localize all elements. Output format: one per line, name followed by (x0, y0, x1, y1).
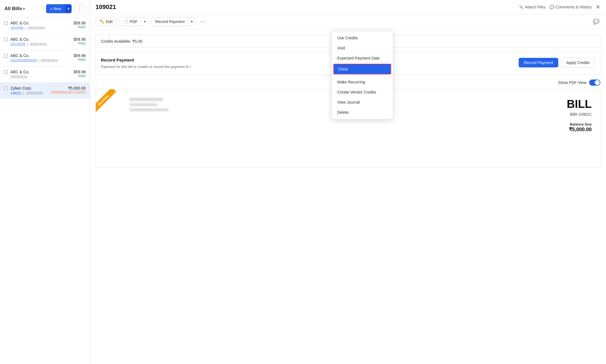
bill-info: ABC & Co. 12113131 | 30/03/2024 (10, 37, 71, 46)
bill-id[interactable]: 12113131 (10, 42, 25, 46)
attach-files-link[interactable]: 📎 Attach Files (519, 5, 546, 9)
bill-big-title: BILL (567, 98, 592, 110)
bill-date: 29/03/2024 (10, 75, 27, 79)
list-item[interactable]: ABC & Co. 1212131 | 29/03/2024 $59.98 PA… (0, 17, 90, 34)
bill-amount-col: $59.98 PAID (74, 21, 86, 29)
dropdown-item-view-journal[interactable]: View Journal (332, 97, 393, 107)
chevron-down-icon: ▾ (23, 7, 25, 11)
list-item[interactable]: ABC & Co. 12113131 | 30/03/2024 $59.98 P… (0, 34, 90, 50)
bill-right: BILL Bill# 109021 Balance Due ₹5,000.00 (567, 98, 592, 133)
dropdown-item-make-recurring[interactable]: Make Recurring (332, 77, 393, 87)
dropdown-item-expected-payment-date[interactable]: Expected Payment Date (332, 53, 393, 63)
bill-info: ABC & Co. 21123123123123 | 29/03/2024 (10, 53, 71, 63)
bill-checkbox[interactable] (4, 38, 8, 41)
list-item[interactable]: ABC & Co. 29/03/2024 $59.98 PAID (0, 66, 90, 83)
bill-amount: $59.98 (74, 21, 86, 25)
overdue-ribbon: Overdue (96, 89, 124, 117)
bill-meta: 21123123123123 | 29/03/2024 (10, 59, 71, 63)
bill-date: 29/03/2024 (41, 59, 58, 63)
more-options-button[interactable]: ⋮ (74, 4, 85, 13)
pdf-button-main[interactable]: 📄 PDF (120, 17, 142, 26)
list-item[interactable]: ABC & Co. 21123123123123 | 29/03/2024 $5… (0, 50, 90, 66)
dropdown-item-clone[interactable]: Clone (333, 64, 391, 74)
toolbar-more-button[interactable]: ⋯ (198, 17, 207, 26)
bill-status: PAID (74, 42, 86, 46)
list-item[interactable]: Zylker Corp. 109021 | 29/03/2024 ₹5,000.… (0, 83, 90, 99)
record-payment-desc-text: Payment for this bill is (101, 65, 136, 69)
close-button[interactable]: ✕ (596, 4, 600, 10)
dropdown-menu: Use Credits Void Expected Payment Date C… (331, 31, 393, 119)
toolbar-chat-icon-button[interactable]: 💬 (592, 17, 600, 26)
apply-credits-btn[interactable]: Apply Credits (561, 58, 595, 68)
dropdown-item-use-credits[interactable]: Use Credits (332, 33, 393, 43)
record-payment-actions: Record Payment Apply Credits (519, 58, 595, 68)
pdf-button-dropdown[interactable]: ▾ (142, 17, 148, 26)
bill-checkbox[interactable] (4, 54, 8, 58)
bill-id[interactable]: 1212131 (10, 26, 24, 30)
pdf-icon: 📄 (124, 19, 129, 24)
separator: | (27, 42, 28, 46)
bill-checkbox[interactable] (4, 21, 8, 25)
record-payment-info: Record Payment Payment for this bill is … (101, 58, 513, 70)
bill-checkbox[interactable] (4, 70, 8, 74)
pdf-toggle-label: Show PDF View (558, 80, 586, 85)
bill-checkbox[interactable] (4, 87, 8, 90)
bill-id[interactable]: 21123123123123 (10, 59, 37, 63)
bill-meta: 1212131 | 29/03/2024 (10, 26, 71, 30)
bill-company: Zylker Corp. (10, 86, 48, 90)
record-payment-desc-cont2: record the payment fo (153, 65, 189, 69)
chat-icon: 💬 (550, 5, 554, 9)
overdue-badge: Overdue (96, 89, 116, 113)
record-payment-dropdown-btn[interactable]: ▾ (188, 17, 195, 26)
separator: | (38, 59, 39, 63)
dropdown-item-void[interactable]: Void (332, 43, 393, 53)
right-header: 109021 📎 Attach Files 💬 Comments & Histo… (90, 0, 606, 14)
dropdown-item-create-vendor-credits[interactable]: Create Vendor Credits (332, 87, 393, 97)
bill-number-title: 109021 (95, 3, 514, 11)
bill-amount-col: $59.98 PAID (74, 53, 86, 62)
paperclip-icon: 📎 (519, 5, 524, 9)
record-payment-desc-cont: credits or (137, 65, 153, 69)
left-panel: All Bills ▾ + New ▾ ⋮ ABC & Co. 1212131 … (0, 0, 90, 364)
edit-icon: ✏️ (100, 19, 104, 24)
bill-amount: $59.98 (74, 37, 86, 42)
right-panel: 109021 📎 Attach Files 💬 Comments & Histo… (90, 0, 606, 364)
attach-files-label: Attach Files (525, 5, 546, 9)
all-bills-title[interactable]: All Bills ▾ (4, 6, 43, 12)
chat-bubble-icon: 💬 (593, 19, 599, 24)
record-payment-button-group: Record Payment ▾ (151, 17, 195, 26)
bill-company: ABC & Co. (10, 70, 71, 74)
new-button-group: + New ▾ (46, 4, 72, 13)
bill-company: ABC & Co. (10, 53, 71, 58)
bill-status: PAID (74, 74, 86, 78)
bill-balance-amount: ₹5,000.00 (567, 126, 592, 133)
bill-amount: $59.98 (74, 70, 86, 74)
left-header: All Bills ▾ + New ▾ ⋮ (0, 0, 90, 17)
bill-meta: 12113131 | 30/03/2024 (10, 42, 71, 46)
record-payment-section-title: Record Payment (101, 58, 513, 62)
bill-id[interactable]: 109021 (10, 91, 22, 95)
record-payment-toolbar-btn[interactable]: Record Payment (151, 17, 188, 26)
record-payment-action-btn[interactable]: Record Payment (519, 58, 558, 67)
pdf-label: PDF (130, 19, 138, 24)
comments-history-link[interactable]: 💬 Comments & History (550, 5, 592, 9)
separator: | (25, 26, 26, 30)
dropdown-divider (332, 76, 393, 76)
bill-amount-col: ₹5,000.00 OVERDUE BY 5 DAYS (51, 86, 86, 94)
bill-date: 29/03/2024 (26, 91, 43, 95)
bill-info: ABC & Co. 29/03/2024 (10, 70, 71, 79)
all-bills-label: All Bills (4, 6, 22, 12)
bill-balance-label: Balance Due (567, 122, 592, 126)
bill-info: Zylker Corp. 109021 | 29/03/2024 (10, 86, 48, 95)
edit-button[interactable]: ✏️ Edit (95, 17, 117, 26)
pdf-toggle-switch[interactable] (589, 79, 600, 86)
blurred-block (129, 98, 174, 133)
dropdown-item-delete[interactable]: Delete (332, 107, 393, 117)
record-payment-label: Record Payment (155, 19, 184, 24)
bill-date: 30/03/2024 (30, 42, 47, 46)
new-button-main[interactable]: + New (46, 4, 65, 13)
bill-amount: $59.98 (74, 53, 86, 58)
record-payment-desc-end: r (190, 65, 191, 69)
new-button-dropdown[interactable]: ▾ (65, 4, 72, 13)
comments-history-label: Comments & History (556, 5, 592, 9)
